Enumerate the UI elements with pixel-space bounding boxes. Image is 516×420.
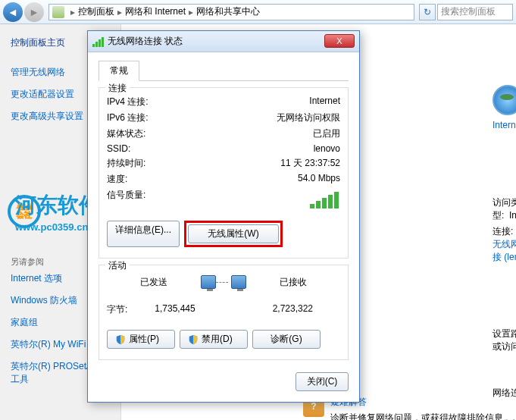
nav-forward-button[interactable]: ► xyxy=(24,2,44,22)
activity-group: 活动 已发送 已接收 字节: 1,735,445 2,723,322 属性(P) xyxy=(99,265,349,360)
connection-group-title: 连接 xyxy=(105,82,130,95)
watermark-url: www.pc0359.cn xyxy=(15,221,88,233)
duration-value: 11 天 23:37:52 xyxy=(280,157,340,170)
signal-label: 信号质量: xyxy=(107,189,145,215)
globe-icon xyxy=(493,85,516,115)
see-also-heading: 另请参阅 xyxy=(0,252,55,271)
signal-icon xyxy=(92,36,105,47)
sent-label: 已发送 xyxy=(107,276,201,289)
bytes-recv-value: 2,723,322 xyxy=(245,303,340,316)
wireless-properties-button[interactable]: 无线属性(W) xyxy=(188,224,279,243)
details-button[interactable]: 详细信息(E)... xyxy=(107,221,180,247)
bytes-sent-value: 1,735,445 xyxy=(127,303,222,316)
close-dialog-button[interactable]: 关闭(C) xyxy=(296,372,349,391)
ipv4-value: Internet xyxy=(309,96,340,108)
shield-icon xyxy=(115,334,126,345)
close-icon: X xyxy=(336,36,342,45)
connection-info: 访问类型: Internet 连接: 无线网络连接 (leno 设置路由器或访问… xyxy=(493,195,516,420)
breadcrumb-item[interactable]: 网络和 Internet xyxy=(125,5,186,18)
address-toolbar: ◄ ► ▸ 控制面板 ▸ 网络和 Internet ▸ 网络和共享中心 ↻ 搜索… xyxy=(0,0,516,24)
diagnose-button[interactable]: 诊断(G) xyxy=(252,330,321,349)
search-input[interactable]: 搜索控制面板 xyxy=(437,4,513,20)
signal-strength-icon xyxy=(310,189,340,215)
search-placeholder: 搜索控制面板 xyxy=(441,5,496,18)
shield-icon xyxy=(188,334,199,345)
properties-button[interactable]: 属性(P) xyxy=(107,330,175,349)
connection-group: 连接 IPv4 连接:Internet IPv6 连接:无网络访问权限 媒体状态… xyxy=(99,87,349,259)
speed-value: 54.0 Mbps xyxy=(298,173,340,186)
speed-label: 速度: xyxy=(107,173,127,186)
ssid-label: SSID: xyxy=(107,143,130,154)
connection-link[interactable]: 无线网络连接 (leno xyxy=(493,239,516,262)
disable-button-label: 禁用(D) xyxy=(202,333,233,346)
breadcrumb-item[interactable]: 网络和共享中心 xyxy=(196,5,260,18)
breadcrumb-item[interactable]: 控制面板 xyxy=(78,5,114,18)
router-text: 设置路由器或访问点。 xyxy=(493,326,516,355)
access-type-value: Internet xyxy=(509,210,516,221)
tab-general[interactable]: 常规 xyxy=(99,61,139,81)
breadcrumb[interactable]: ▸ 控制面板 ▸ 网络和 Internet ▸ 网络和共享中心 xyxy=(48,4,414,20)
ipv6-value: 无网络访问权限 xyxy=(277,111,340,124)
disable-button[interactable]: 禁用(D) xyxy=(180,330,248,349)
control-panel-icon xyxy=(52,6,64,18)
dialog-titlebar[interactable]: 无线网络连接 状态 X xyxy=(88,31,359,52)
media-label: 媒体状态: xyxy=(107,127,145,140)
properties-button-label: 属性(P) xyxy=(129,333,159,346)
troubleshoot-desc: 诊断并修复网络问题，或获得故障排除信息。 xyxy=(330,412,512,420)
ipv6-label: IPv6 连接: xyxy=(107,111,149,124)
connections-label: 连接: xyxy=(493,226,513,237)
monitors-icon xyxy=(201,268,246,296)
dialog-title: 无线网络连接 状态 xyxy=(108,35,183,48)
bytes-label: 字节: xyxy=(107,303,127,316)
wifi-status-dialog: 无线网络连接 状态 X 常规 连接 IPv4 连接:Internet IPv6 … xyxy=(87,30,360,403)
close-button[interactable]: X xyxy=(324,34,355,48)
recv-label: 已接收 xyxy=(246,276,340,289)
ssid-value: lenovo xyxy=(314,143,340,154)
tabs: 常规 xyxy=(99,60,349,81)
internet-label: Internet xyxy=(493,120,516,130)
refresh-button[interactable]: ↻ xyxy=(419,4,436,20)
nav-back-button[interactable]: ◄ xyxy=(3,2,23,22)
media-value: 已启用 xyxy=(313,127,340,140)
activity-group-title: 活动 xyxy=(105,259,130,272)
internet-icon-block: Internet xyxy=(493,85,516,130)
ipv4-label: IPv4 连接: xyxy=(107,96,149,108)
highlight-marker: 无线属性(W) xyxy=(184,221,283,247)
duration-label: 持续时间: xyxy=(107,157,145,170)
